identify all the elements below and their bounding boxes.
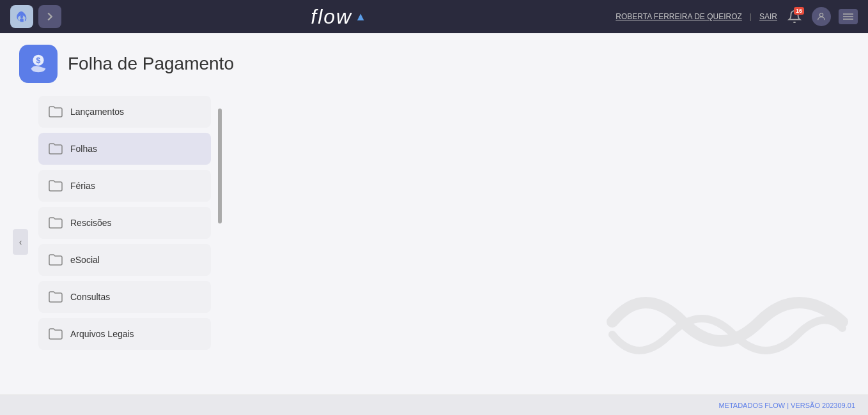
- logout-link[interactable]: SAIR: [759, 12, 777, 21]
- sidebar-collapse-button[interactable]: ‹: [13, 229, 28, 255]
- watermark: [606, 271, 849, 375]
- folder-icon: [49, 216, 63, 230]
- menu-icon-button[interactable]: [839, 9, 858, 24]
- menu-item-consultas[interactable]: Consultas: [38, 281, 211, 313]
- menu-item-lancamentos[interactable]: Lançamentos: [38, 96, 211, 128]
- notification-badge: 16: [794, 7, 804, 15]
- page-header: $ Folha de Pagamento: [0, 33, 868, 89]
- user-avatar-button[interactable]: [812, 7, 831, 26]
- menu-item-ferias[interactable]: Férias: [38, 170, 211, 202]
- brand-arrow-icon: ▲: [355, 10, 366, 24]
- svg-point-1: [819, 13, 823, 17]
- footer: METADADOS FLOW | VERSÃO 202309.01: [0, 395, 868, 415]
- menu-item-label: Lançamentos: [70, 107, 124, 117]
- notification-button[interactable]: 16: [785, 7, 804, 26]
- folder-icon: [49, 327, 63, 341]
- menu-item-folhas[interactable]: Folhas: [38, 133, 211, 165]
- nav-left: [10, 5, 61, 28]
- svg-text:$: $: [36, 56, 41, 65]
- menu-item-label: eSocial: [70, 255, 100, 265]
- folder-icon: [49, 142, 63, 156]
- page-icon: $: [19, 45, 58, 83]
- folder-icon: [49, 179, 63, 193]
- menu-item-esocial[interactable]: eSocial: [38, 244, 211, 276]
- nav-right: ROBERTA FERREIRA DE QUEIROZ | SAIR 16: [616, 7, 858, 26]
- nav-separator: |: [750, 12, 752, 21]
- sidebar-area: ‹ Lançamentos Folhas: [0, 89, 868, 395]
- footer-text: METADADOS FLOW | VERSÃO 202309.01: [718, 402, 855, 409]
- menu-item-arquivos-legais[interactable]: Arquivos Legais: [38, 318, 211, 350]
- menu-item-rescisoes[interactable]: Rescisões: [38, 207, 211, 239]
- folder-icon: [49, 105, 63, 119]
- main-content: $ Folha de Pagamento ‹ Lançamentos: [0, 33, 868, 395]
- brand-center: flow ▲: [61, 5, 616, 29]
- folder-icon: [49, 253, 63, 267]
- menu-item-label: Férias: [70, 181, 95, 191]
- page-title: Folha de Pagamento: [68, 54, 234, 74]
- nav-arrow-button[interactable]: [38, 5, 61, 28]
- menu-item-label: Arquivos Legais: [70, 329, 134, 339]
- menu-item-label: Rescisões: [70, 218, 112, 228]
- menu-list: Lançamentos Folhas Férias: [38, 89, 211, 395]
- user-name-link[interactable]: ROBERTA FERREIRA DE QUEIROZ: [616, 12, 742, 21]
- scroll-thumb[interactable]: [218, 109, 222, 223]
- scrollbar[interactable]: [217, 96, 222, 364]
- brand-name: flow: [311, 5, 352, 29]
- folder-icon: [49, 290, 63, 304]
- top-navigation: flow ▲ ROBERTA FERREIRA DE QUEIROZ | SAI…: [0, 0, 868, 33]
- home-icon-button[interactable]: [10, 5, 33, 28]
- menu-item-label: Consultas: [70, 292, 110, 302]
- menu-item-label: Folhas: [70, 144, 97, 154]
- svg-point-0: [20, 15, 24, 19]
